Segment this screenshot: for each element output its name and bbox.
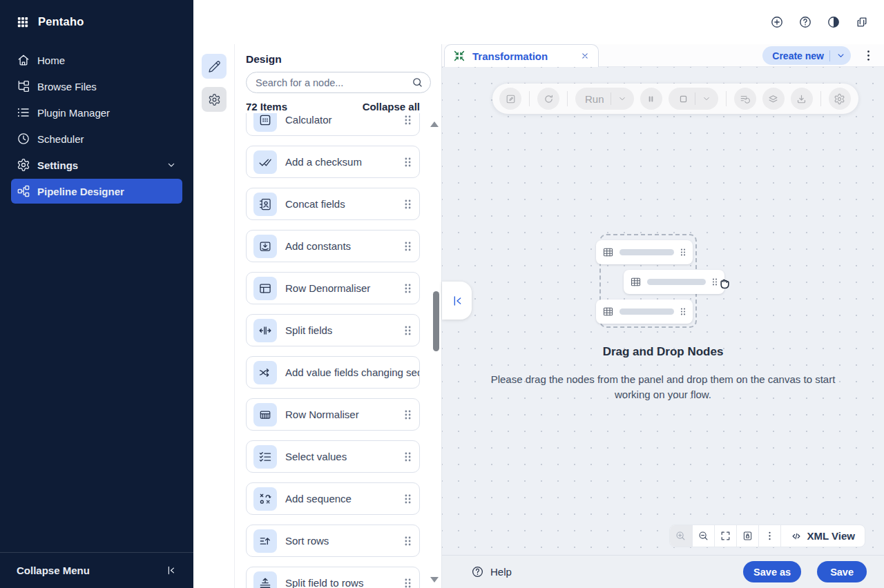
plugin-manager-icon (17, 106, 30, 119)
gear-icon (834, 93, 845, 105)
pause-icon (645, 93, 657, 105)
pipeline-designer-icon (17, 184, 30, 198)
theme-contrast-icon[interactable] (827, 15, 840, 29)
collapse-menu-button[interactable]: Collapse Menu (0, 552, 193, 588)
create-new-button[interactable]: Create new (762, 46, 851, 65)
tab-menu-kebab-icon[interactable] (861, 48, 876, 63)
home-icon (17, 53, 30, 67)
node-item-add-constants[interactable]: Add constants (246, 230, 420, 262)
sidebar-item-home[interactable]: Home (11, 48, 182, 72)
new-item-icon[interactable] (770, 15, 784, 29)
collapse-menu-label: Collapse Menu (17, 565, 90, 576)
switch-windows-icon[interactable] (855, 15, 869, 29)
run-history-button[interactable] (734, 88, 756, 110)
scroll-down-arrow[interactable] (430, 577, 439, 582)
tab-transformation[interactable]: Transformation (444, 44, 599, 67)
zoom-in-button[interactable] (670, 525, 692, 547)
help-circle-icon[interactable] (798, 15, 812, 29)
pencil-icon (208, 60, 221, 73)
save-button[interactable]: Save (817, 561, 867, 582)
sidebar-item-browse-files[interactable]: Browse Files (11, 74, 182, 99)
drag-handle-icon[interactable] (403, 578, 412, 588)
drag-handle-icon[interactable] (403, 451, 412, 462)
zoom-out-button[interactable] (692, 525, 714, 547)
drag-handle-icon[interactable] (403, 536, 412, 547)
refresh-button[interactable] (537, 88, 559, 110)
close-icon[interactable] (580, 51, 590, 61)
search-input[interactable] (246, 72, 431, 93)
drag-handle-icon[interactable] (403, 199, 412, 210)
node-item-add-a-checksum[interactable]: Add a checksum (246, 146, 420, 178)
fit-screen-button[interactable] (714, 525, 736, 547)
drag-handle-icon[interactable] (403, 241, 412, 252)
split-field-to-rows-icon (258, 576, 272, 588)
placeholder-node-card (624, 270, 724, 294)
drag-handle-icon[interactable] (403, 115, 412, 126)
download-icon (796, 93, 807, 105)
table-icon (602, 246, 614, 258)
help-button[interactable]: Help (471, 565, 512, 578)
kebab-icon (764, 530, 776, 542)
node-list-viewport: Calculator Add a checksum Concat fields … (235, 113, 441, 588)
save-as-button[interactable]: Save as (743, 561, 801, 582)
node-item-select-values[interactable]: Select values (246, 440, 420, 473)
canvas-settings-button[interactable] (829, 88, 851, 110)
canvas-zoom-toolbar: XML View (669, 525, 865, 547)
sort-rows-icon (258, 534, 272, 548)
drag-handle-icon (680, 307, 686, 316)
tab-label: Transformation (472, 50, 573, 62)
drag-handle-icon[interactable] (403, 325, 412, 336)
flow-canvas[interactable]: Run (442, 67, 884, 555)
stop-button[interactable] (669, 88, 718, 110)
gear-icon (208, 93, 221, 106)
settings-mode-button[interactable] (202, 87, 227, 112)
design-mode-button[interactable] (202, 54, 227, 79)
node-item-split-field-to-rows[interactable]: Split field to rows (246, 567, 420, 588)
drag-handle-icon (680, 248, 686, 257)
design-panel: Design 72 Items Collapse all Calculator … (193, 44, 442, 588)
chevron-down-icon[interactable] (702, 94, 711, 104)
flow-toolbar: Run (492, 84, 858, 114)
run-label: Run (585, 93, 604, 105)
sidebar-item-scheduler[interactable]: Scheduler (11, 126, 182, 151)
sidebar-item-plugin-manager[interactable]: Plugin Manager (11, 100, 182, 125)
layers-button[interactable] (762, 88, 785, 110)
node-item-sort-rows[interactable]: Sort rows (246, 525, 420, 557)
download-button[interactable] (791, 88, 813, 110)
divider (726, 91, 727, 106)
drag-handle-icon[interactable] (403, 283, 412, 294)
chevron-down-icon[interactable] (617, 94, 627, 104)
node-item-calculator[interactable]: Calculator (246, 113, 420, 136)
node-item-row-denormaliser[interactable]: Row Denormaliser (246, 272, 420, 304)
node-item-add-sequence[interactable]: Add sequence (246, 482, 420, 515)
node-item-row-normaliser[interactable]: Row Normaliser (246, 398, 420, 431)
collapse-panel-button[interactable] (442, 282, 472, 320)
scrollbar-thumb[interactable] (433, 291, 439, 351)
pause-button[interactable] (640, 88, 662, 110)
sidebar-nav: Home Browse Files Plugin Manager Schedul… (0, 48, 193, 204)
scroll-up-arrow[interactable] (430, 121, 439, 127)
collapse-all-button[interactable]: Collapse all (363, 101, 420, 112)
divider (611, 92, 611, 105)
divider (695, 92, 695, 105)
empty-state-title: Drag and Drop Nodes (442, 345, 884, 359)
xml-view-button[interactable]: XML View (780, 525, 865, 547)
search-icon (412, 77, 423, 88)
lock-button[interactable] (736, 525, 758, 547)
node-item-concat-fields[interactable]: Concat fields (246, 188, 420, 220)
more-options-button[interactable] (758, 525, 780, 547)
notes-button[interactable] (499, 88, 521, 110)
node-item-split-fields[interactable]: Split fields (246, 314, 420, 346)
node-item-add-value-fields-changing-seq[interactable]: Add value fields changing seq (246, 356, 420, 389)
sidebar-item-settings[interactable]: Settings (11, 153, 182, 177)
concat-fields-icon (258, 197, 272, 211)
chevron-down-icon[interactable] (836, 50, 846, 61)
stop-icon (678, 94, 689, 104)
drag-handle-icon[interactable] (403, 157, 412, 168)
grab-hand-icon (716, 275, 733, 291)
drag-handle-icon[interactable] (403, 409, 412, 420)
node-search (246, 72, 431, 93)
run-button[interactable]: Run (575, 88, 634, 110)
sidebar-item-pipeline-designer[interactable]: Pipeline Designer (11, 179, 182, 204)
drag-handle-icon[interactable] (403, 493, 412, 504)
